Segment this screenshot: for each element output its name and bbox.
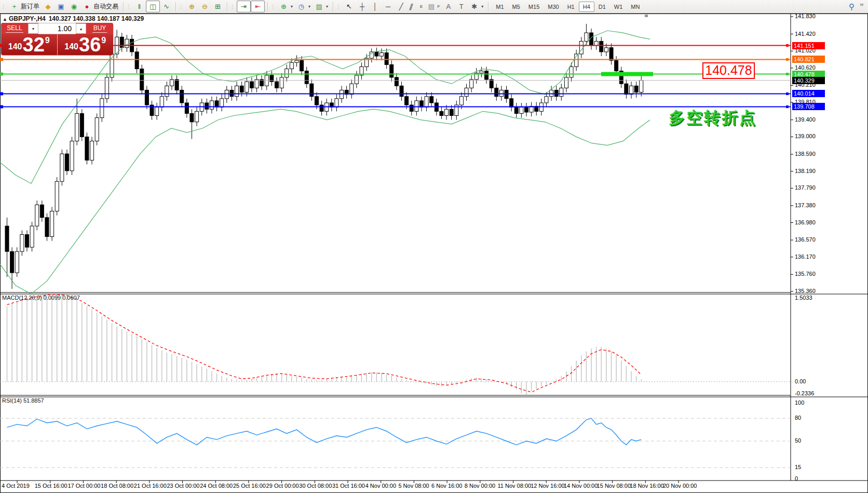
- candle-body[interactable]: [320, 105, 323, 111]
- candle-body[interactable]: [440, 111, 443, 115]
- terminal-button[interactable]: ▣: [55, 1, 67, 12]
- candle-body[interactable]: [310, 84, 314, 97]
- candle-body[interactable]: [65, 154, 69, 171]
- timeframe-m1-button[interactable]: M1: [492, 2, 508, 12]
- candle-body[interactable]: [405, 97, 409, 105]
- candle-body[interactable]: [450, 109, 453, 115]
- price-callout-label[interactable]: 140.478: [702, 62, 755, 79]
- candle-body[interactable]: [245, 82, 249, 92]
- candle-body[interactable]: [20, 234, 24, 251]
- date-axis-label[interactable]: 17 Oct 00:00: [67, 483, 100, 489]
- candle-body[interactable]: [445, 109, 449, 115]
- candle-body[interactable]: [240, 86, 243, 92]
- candle-body[interactable]: [350, 84, 354, 94]
- candle-body[interactable]: [395, 77, 398, 86]
- chat-icon[interactable]: ❞: [860, 2, 864, 11]
- candle-body[interactable]: [524, 107, 528, 112]
- candle-body[interactable]: [594, 41, 598, 45]
- candle-body[interactable]: [280, 77, 283, 88]
- candle-body[interactable]: [470, 79, 473, 88]
- candle-body[interactable]: [205, 103, 209, 109]
- vertical-line-button[interactable]: │: [369, 1, 382, 12]
- candle-body[interactable]: [410, 105, 413, 111]
- candle-body[interactable]: [600, 41, 603, 51]
- candle-body[interactable]: [160, 97, 164, 107]
- candle-body[interactable]: [40, 205, 44, 218]
- autotrading-button[interactable]: ●自动交易: [80, 1, 120, 12]
- fibonacci-button[interactable]: ▤F: [425, 1, 442, 12]
- candle-body[interactable]: [514, 107, 518, 113]
- highlighted-level-segment[interactable]: [601, 72, 653, 76]
- timeframe-m30-button[interactable]: M30: [544, 2, 563, 12]
- candle-body[interactable]: [510, 99, 513, 107]
- date-axis-label[interactable]: 20 Nov 00:00: [663, 483, 697, 489]
- auto-scroll-button[interactable]: ⇥: [237, 1, 251, 12]
- candle-body[interactable]: [60, 154, 64, 181]
- candle-body[interactable]: [545, 97, 548, 103]
- date-axis-label[interactable]: 18 Oct 08:00: [101, 483, 133, 489]
- date-axis-label[interactable]: 6 Nov 16:00: [431, 483, 462, 489]
- candle-body[interactable]: [140, 69, 144, 90]
- candle-body[interactable]: [55, 181, 59, 211]
- candle-body[interactable]: [275, 82, 278, 88]
- date-axis-label[interactable]: 31 Oct 16:00: [332, 483, 365, 489]
- buy-button[interactable]: BUY: [86, 23, 113, 34]
- candle-body[interactable]: [80, 113, 84, 137]
- candle-body[interactable]: [520, 107, 523, 113]
- date-axis-label[interactable]: 8 Nov 00:00: [465, 483, 495, 489]
- candle-body[interactable]: [355, 75, 358, 84]
- candle-body[interactable]: [640, 81, 643, 92]
- candle-body[interactable]: [579, 41, 583, 54]
- candle-body[interactable]: [300, 60, 304, 71]
- zoom-in-button[interactable]: ⊕: [185, 1, 198, 12]
- candle-body[interactable]: [215, 101, 219, 107]
- candle-body[interactable]: [5, 226, 9, 251]
- timeframe-mn-button[interactable]: MN: [627, 2, 644, 12]
- volume-decrease-button[interactable]: ▼: [28, 23, 38, 34]
- candle-body[interactable]: [30, 226, 34, 247]
- candle-body[interactable]: [255, 79, 259, 88]
- candle-body[interactable]: [634, 86, 638, 92]
- candle-body[interactable]: [390, 64, 394, 77]
- candle-body[interactable]: [90, 141, 94, 161]
- candle-body[interactable]: [315, 97, 318, 105]
- candle-body[interactable]: [185, 103, 188, 113]
- candle-body[interactable]: [220, 99, 224, 107]
- candle-body[interactable]: [250, 82, 253, 88]
- timeframe-h1-button[interactable]: H1: [563, 2, 579, 12]
- date-axis-label[interactable]: 29 Oct 00:00: [266, 483, 299, 489]
- profiles-button[interactable]: ◷▾: [295, 1, 313, 12]
- candle-body[interactable]: [505, 90, 508, 98]
- candle-body[interactable]: [490, 79, 493, 88]
- crosshair-button[interactable]: ┼: [356, 1, 369, 12]
- trendline-button[interactable]: ╱: [395, 1, 408, 12]
- buy-price[interactable]: 140369: [58, 34, 114, 55]
- candle-body[interactable]: [305, 71, 308, 84]
- zoom-out-button[interactable]: ⊖: [198, 1, 211, 12]
- date-axis-label[interactable]: 30 Oct 08:00: [299, 483, 332, 489]
- candle-body[interactable]: [50, 211, 54, 236]
- candle-body[interactable]: [225, 90, 228, 98]
- bars-chart-button[interactable]: ‖: [133, 1, 146, 12]
- candle-body[interactable]: [45, 218, 49, 237]
- candle-body[interactable]: [180, 90, 184, 103]
- candle-body[interactable]: [125, 39, 129, 47]
- date-axis-label[interactable]: 15 Nov 08:00: [597, 483, 631, 489]
- candle-body[interactable]: [430, 97, 433, 103]
- candle-body[interactable]: [285, 69, 289, 77]
- candle-body[interactable]: [95, 118, 99, 141]
- timeframe-d1-button[interactable]: D1: [594, 2, 610, 12]
- candle-body[interactable]: [419, 101, 423, 107]
- candle-body[interactable]: [340, 90, 344, 98]
- candle-body[interactable]: [210, 101, 213, 109]
- text-button[interactable]: A: [442, 1, 455, 12]
- candle-body[interactable]: [15, 251, 19, 273]
- sell-price[interactable]: 140329: [1, 34, 58, 55]
- candle-body[interactable]: [585, 33, 588, 41]
- candle-body[interactable]: [145, 90, 148, 105]
- candle-body[interactable]: [564, 77, 568, 88]
- date-axis-label[interactable]: 21 Oct 16:00: [134, 483, 167, 489]
- text-label-button[interactable]: T: [455, 1, 468, 12]
- metaeditor-button[interactable]: ◆: [42, 1, 55, 12]
- date-axis-label[interactable]: 4 Nov 00:00: [365, 483, 396, 489]
